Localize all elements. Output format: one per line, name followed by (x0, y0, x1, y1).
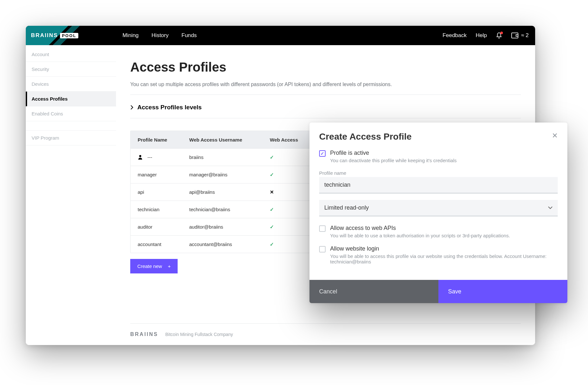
save-button[interactable]: Save (438, 280, 567, 303)
cell-user: auditor@braiins (188, 219, 269, 235)
nav-funds[interactable]: Funds (181, 32, 197, 39)
chevron-down-icon (548, 206, 553, 210)
footer: BRAIINS Bitcoin Mining Fullstack Company (130, 323, 521, 339)
access-level-select[interactable]: Limited read-only (319, 200, 558, 216)
check-icon: ✓ (269, 149, 314, 165)
nav-feedback[interactable]: Feedback (443, 32, 467, 39)
notification-dot-icon (500, 32, 503, 34)
page-title: Access Profiles (130, 60, 521, 74)
th-username: Web Access Username (188, 132, 269, 148)
nav-help[interactable]: Help (476, 32, 487, 39)
check-icon: ✓ (269, 167, 314, 183)
levels-expander[interactable]: Access Profiles levels (130, 95, 521, 118)
create-new-button[interactable]: Create new + (130, 259, 178, 273)
active-row: Profile is active You can deactivate thi… (319, 150, 558, 163)
check-icon: ✓ (269, 219, 314, 235)
expander-label: Access Profiles levels (137, 104, 202, 111)
active-help: You can deactivate this profile while ke… (330, 158, 457, 163)
modal-body: Profile is active You can deactivate thi… (309, 150, 567, 280)
brand-pool-tag: POOL (60, 33, 78, 38)
topbar: BRAIINS POOL Mining History Funds Feedba… (26, 26, 535, 45)
web-row: Allow website login You will be able to … (319, 245, 558, 264)
cross-icon: ✕ (269, 184, 314, 200)
api-label: Allow access to web APIs (330, 225, 510, 232)
profile-name-label: Profile name (319, 170, 558, 176)
cell-name: auditor (136, 219, 188, 235)
th-web-access: Web Access (269, 132, 314, 148)
balance-value: ≈ 2 (521, 32, 529, 39)
user-icon (138, 154, 143, 160)
check-icon: ✓ (269, 202, 314, 218)
nav-history[interactable]: History (152, 32, 169, 39)
api-row: Allow access to web APIs You will be abl… (319, 225, 558, 238)
top-right-nav: Feedback Help ≈ 2 (443, 32, 529, 39)
cell-user: manager@braiins (188, 167, 269, 183)
nav-mining[interactable]: Mining (122, 32, 139, 39)
cell-name-text: --- (147, 154, 152, 160)
web-label: Allow website login (330, 245, 558, 252)
create-new-label: Create new (137, 263, 162, 269)
brand-logo[interactable]: BRAIINS POOL (26, 26, 84, 45)
allow-api-checkbox[interactable] (319, 225, 326, 232)
sidebar-item-access-profiles[interactable]: Access Profiles (26, 92, 116, 106)
check-icon: ✓ (269, 236, 314, 252)
sidebar-item-vip-program[interactable]: VIP Program (26, 130, 116, 145)
modal-buttons: Cancel Save (309, 280, 567, 303)
cell-user: accountant@braiins (188, 236, 269, 252)
modal-header: Create Access Profile ✕ (309, 123, 567, 150)
chevron-right-icon (130, 105, 133, 110)
modal-title: Create Access Profile (319, 132, 412, 142)
sidebar-item-account[interactable]: Account (26, 47, 116, 62)
footer-logo: BRAIINS (130, 331, 158, 337)
cell-name: api (136, 184, 188, 200)
page-subtitle: You can set up multiple access profiles … (130, 82, 521, 87)
svg-point-2 (139, 155, 141, 157)
cell-name: technician (136, 202, 188, 217)
cancel-button[interactable]: Cancel (309, 280, 438, 303)
active-label: Profile is active (330, 150, 457, 156)
top-nav: Mining History Funds (122, 32, 197, 39)
cell-name: manager (136, 167, 188, 183)
allow-web-checkbox[interactable] (319, 246, 326, 252)
sidebar-item-security[interactable]: Security (26, 62, 116, 77)
create-profile-modal: Create Access Profile ✕ Profile is activ… (309, 123, 567, 303)
cell-name: --- (136, 149, 188, 165)
wallet-balance[interactable]: ≈ 2 (511, 32, 529, 39)
cell-user: technician@braiins (188, 202, 269, 217)
sidebar-item-devices[interactable]: Devices (26, 77, 116, 92)
web-help: You will be able to access this profile … (330, 253, 558, 264)
close-icon[interactable]: ✕ (552, 132, 558, 140)
svg-rect-0 (512, 33, 518, 38)
api-help: You will be able to use a token authoris… (330, 233, 510, 238)
profile-active-checkbox[interactable] (319, 150, 326, 157)
access-level-value: Limited read-only (324, 204, 369, 211)
cell-user: api@braiins (188, 184, 269, 200)
cell-user: braiins (188, 149, 269, 165)
th-profile-name: Profile Name (136, 132, 188, 148)
sidebar: Account Security Devices Access Profiles… (26, 45, 116, 345)
bell-icon[interactable] (496, 32, 502, 39)
cell-name: accountant (136, 236, 188, 252)
brand-name: BRAIINS (31, 32, 58, 39)
plus-icon: + (168, 263, 171, 269)
profile-name-input[interactable] (319, 177, 558, 193)
sidebar-item-enabled-coins[interactable]: Enabled Coins (26, 106, 116, 121)
footer-tagline: Bitcoin Mining Fullstack Company (165, 332, 233, 337)
